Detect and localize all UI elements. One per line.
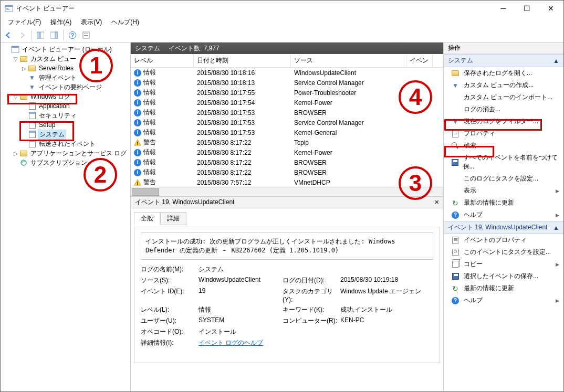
svg-rect-14 bbox=[137, 142, 138, 144]
tree-root[interactable]: イベント ビューアー (ローカル) bbox=[3, 45, 128, 54]
tree-subscriptions[interactable]: サブスクリプション bbox=[3, 158, 128, 167]
svg-rect-4 bbox=[37, 32, 40, 38]
table-row[interactable]: i情報2015/08/30 10:17:53Service Control Ma… bbox=[131, 118, 443, 128]
tree-system[interactable]: システム bbox=[3, 130, 128, 139]
table-row[interactable]: i情報2015/08/30 8:17:22Kernel-Power bbox=[131, 147, 443, 157]
tab-details[interactable]: 詳細 bbox=[160, 212, 186, 225]
table-row[interactable]: i情報2015/08/30 8:17:22BROWSER bbox=[131, 167, 443, 177]
k-level: レベル(L): bbox=[141, 305, 199, 314]
svg-rect-12 bbox=[12, 46, 19, 48]
svg-rect-7 bbox=[55, 32, 58, 38]
maximize-button[interactable]: ☐ bbox=[515, 1, 539, 16]
close-button[interactable]: ✕ bbox=[539, 1, 562, 16]
col-event[interactable]: イベン bbox=[406, 54, 433, 67]
action-attach-task-log[interactable]: このログにタスクを設定... bbox=[444, 173, 563, 185]
actions-header: 操作 bbox=[444, 43, 563, 54]
event-grid: レベル 日付と時刻 ソース イベン i情報2015/08/30 10:18:16… bbox=[131, 54, 443, 197]
show-hide-action-button[interactable] bbox=[48, 29, 60, 41]
center-header: システム イベント数: 7,977 bbox=[131, 43, 443, 54]
action-event-properties[interactable]: イベントのプロパティ bbox=[444, 234, 563, 246]
table-row[interactable]: i情報2015/08/30 10:18:16WindowsUpdateClien… bbox=[131, 68, 443, 78]
action-refresh[interactable]: ↻最新の情報に更新 bbox=[444, 197, 563, 209]
tree-serverroles[interactable]: ▷ServerRoles bbox=[3, 63, 128, 73]
action-attach-task-event[interactable]: このイベントにタスクを設定... bbox=[444, 246, 563, 258]
center-log-name: システム bbox=[135, 44, 160, 53]
show-hide-tree-button[interactable] bbox=[35, 29, 46, 41]
v-user: SYSTEM bbox=[199, 316, 283, 325]
tree-admin-events[interactable]: ▼管理イベント bbox=[3, 73, 128, 82]
menu-file[interactable]: ファイル(F) bbox=[4, 17, 45, 28]
menu-view[interactable]: 表示(V) bbox=[77, 17, 106, 28]
table-row[interactable]: 警告2015/08/30 7:57:12VMnetDHCP bbox=[131, 177, 443, 187]
tree-security[interactable]: セキュリティ bbox=[3, 111, 128, 120]
actions-section-system: システム▲ bbox=[444, 54, 563, 67]
title-bar: イベント ビューアー ─ ☐ ✕ bbox=[1, 1, 563, 16]
detail-close-icon[interactable]: ✕ bbox=[434, 199, 439, 206]
action-create-custom-view[interactable]: ▼カスタム ビューの作成... bbox=[444, 79, 563, 91]
table-row[interactable]: i情報2015/08/30 10:17:53BROWSER bbox=[131, 108, 443, 118]
col-source[interactable]: ソース bbox=[291, 54, 406, 67]
svg-rect-10 bbox=[84, 35, 88, 36]
svg-rect-9 bbox=[84, 34, 88, 34]
action-help[interactable]: ?ヘルプ▶ bbox=[444, 209, 563, 221]
tree-apps-services[interactable]: ▷アプリケーションとサービス ログ bbox=[3, 149, 128, 158]
action-properties[interactable]: プロパティ bbox=[444, 128, 563, 140]
table-row[interactable]: 警告2015/08/30 8:17:22Tcpip bbox=[131, 137, 443, 147]
app-icon bbox=[5, 4, 13, 13]
detail-header-text: イベント 19, WindowsUpdateClient bbox=[135, 198, 234, 207]
tab-general[interactable]: 全般 bbox=[134, 212, 160, 225]
k-opcode: オペコード(O): bbox=[141, 327, 199, 336]
table-row[interactable]: i情報2015/08/30 10:18:13Service Control Ma… bbox=[131, 78, 443, 88]
action-open-saved-log[interactable]: 保存されたログを開く... bbox=[444, 67, 563, 79]
collapse-icon[interactable]: ▲ bbox=[553, 57, 559, 65]
menu-action[interactable]: 操作(A) bbox=[46, 17, 76, 28]
v-opcode: インストール bbox=[199, 327, 283, 336]
svg-rect-16 bbox=[137, 182, 138, 184]
k-moreinfo: 詳細情報(I): bbox=[141, 338, 199, 347]
back-button[interactable] bbox=[3, 29, 14, 41]
menu-help[interactable]: ヘルプ(H) bbox=[107, 17, 143, 28]
event-log-help-link[interactable]: イベント ログのヘルプ bbox=[199, 339, 263, 346]
tree-summary-page[interactable]: ▼イベントの要約ページ bbox=[3, 82, 128, 92]
properties-button[interactable]: ? bbox=[67, 29, 78, 41]
action-save-selected[interactable]: 選択したイベントの保存... bbox=[444, 270, 563, 282]
detail-header: イベント 19, WindowsUpdateClient ✕ bbox=[131, 197, 443, 208]
svg-rect-15 bbox=[137, 144, 138, 145]
action-refresh-event[interactable]: ↻最新の情報に更新 bbox=[444, 282, 563, 294]
minimize-button[interactable]: ─ bbox=[492, 1, 515, 16]
toolbar: ? bbox=[1, 28, 563, 43]
k-user: ユーザー(U): bbox=[141, 316, 199, 325]
action-view[interactable]: 表示▶ bbox=[444, 185, 563, 197]
table-row[interactable]: i情報2015/08/30 10:17:55Power-Troubleshoot… bbox=[131, 88, 443, 98]
table-row[interactable]: i情報2015/08/30 8:17:22BROWSER bbox=[131, 157, 443, 167]
k-computer: コンピューター(R): bbox=[283, 316, 340, 325]
table-row[interactable]: i情報2015/08/30 10:17:54Kernel-Power bbox=[131, 98, 443, 108]
col-level[interactable]: レベル bbox=[131, 54, 194, 67]
action-help-event[interactable]: ?ヘルプ▶ bbox=[444, 294, 563, 306]
horizontal-scrollbar[interactable] bbox=[131, 187, 443, 196]
window-title: イベント ビューアー bbox=[16, 4, 492, 13]
action-import-custom-view[interactable]: カスタム ビューのインポート... bbox=[444, 91, 563, 103]
action-save-all-events[interactable]: すべてのイベントを名前をつけて保... bbox=[444, 152, 563, 173]
k-logname: ログの名前(M): bbox=[141, 265, 199, 274]
tree-forwarded[interactable]: 転送されたイベント bbox=[3, 139, 128, 149]
collapse-icon[interactable]: ▲ bbox=[553, 224, 559, 231]
action-filter-log[interactable]: ▼現在のログをフィルター... bbox=[444, 115, 563, 128]
tree-setup[interactable]: Setup bbox=[3, 120, 128, 130]
action-clear-log[interactable]: ログの消去... bbox=[444, 103, 563, 115]
action-copy[interactable]: コピー▶ bbox=[444, 258, 563, 270]
v-logdate: 2015/08/30 10:19:18 bbox=[340, 276, 430, 285]
help-button[interactable] bbox=[80, 29, 92, 41]
tree-custom-views[interactable]: ▽カスタム ビュー bbox=[3, 54, 128, 63]
tree-application[interactable]: Application bbox=[3, 101, 128, 111]
forward-button[interactable] bbox=[16, 29, 28, 41]
svg-rect-2 bbox=[6, 8, 8, 9]
event-message: インストールの成功: 次の更新プログラムが正しくインストールされました: Win… bbox=[141, 232, 433, 260]
v-eventid: 19 bbox=[199, 287, 283, 303]
grid-header: レベル 日付と時刻 ソース イベン bbox=[131, 54, 443, 68]
action-find[interactable]: 検索... bbox=[444, 140, 563, 152]
col-date[interactable]: 日付と時刻 bbox=[194, 54, 291, 67]
svg-rect-3 bbox=[6, 9, 10, 10]
table-row[interactable]: i情報2015/08/30 10:17:53Kernel-General bbox=[131, 128, 443, 137]
tree-windows-logs[interactable]: ▽Windows ログ bbox=[3, 92, 128, 101]
